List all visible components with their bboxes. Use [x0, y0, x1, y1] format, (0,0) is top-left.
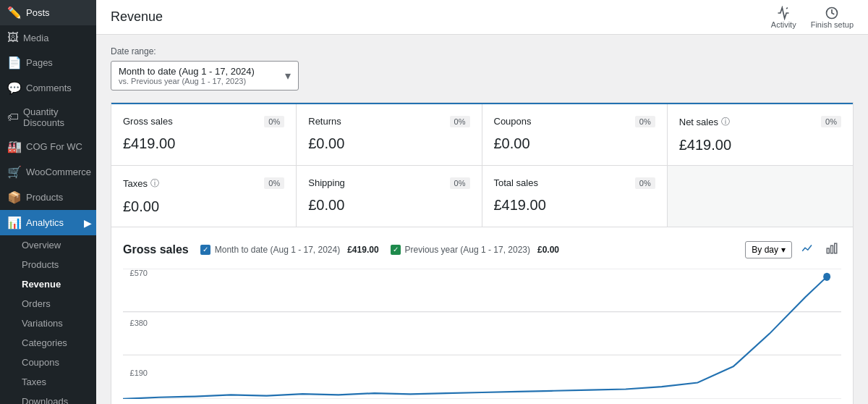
subnav-categories[interactable]: Categories — [0, 333, 96, 353]
chart-legend-current: ✓ Month to date (Aug 1 - 17, 2024) £419.… — [200, 245, 379, 255]
stat-value-gross-sales: £419.00 — [123, 135, 284, 152]
subnav-coupons[interactable]: Coupons — [0, 353, 96, 372]
topbar: Revenue Activity Finish setup — [96, 0, 868, 35]
svg-rect-4 — [835, 243, 837, 253]
chart-legend-previous: ✓ Previous year (Aug 1 - 17, 2023) £0.00 — [391, 245, 559, 255]
date-range-label: Date range: — [111, 46, 854, 56]
subnav-overview[interactable]: Overview — [0, 235, 96, 255]
sidebar-label-products: Products — [26, 192, 63, 203]
date-range-selector[interactable]: Month to date (Aug 1 - 17, 2024) vs. Pre… — [111, 61, 299, 91]
taxes-info-icon[interactable]: ⓘ — [150, 177, 159, 190]
stat-value-taxes: £0.00 — [123, 198, 284, 215]
sidebar-item-woocommerce[interactable]: 🛒 WooCommerce — [0, 159, 96, 185]
chart-line-current — [123, 277, 827, 399]
sidebar-item-products[interactable]: 📦 Products — [0, 185, 96, 210]
stat-returns: Returns 0% £0.00 — [297, 104, 482, 165]
sidebar-label-quantity-discounts: Quantity Discounts — [23, 106, 89, 128]
stat-label-net-sales: Net sales ⓘ — [679, 116, 841, 128]
by-day-select[interactable]: By day ▾ — [745, 241, 792, 258]
subnav-products[interactable]: Products — [0, 255, 96, 274]
stat-value-coupons: £0.00 — [494, 135, 655, 152]
stat-badge-shipping: 0% — [450, 177, 470, 189]
sidebar: ✏️ Posts 🖼 Media 📄 Pages 💬 Comments 🏷 Qu… — [0, 0, 96, 404]
stat-badge-total-sales: 0% — [635, 177, 655, 189]
chart-section: Gross sales ✓ Month to date (Aug 1 - 17,… — [111, 227, 854, 404]
chart-title: Gross sales — [123, 243, 189, 256]
stat-coupons: Coupons 0% £0.00 — [482, 104, 668, 165]
quantity-discounts-icon: 🏷 — [7, 111, 19, 124]
sidebar-label-pages: Pages — [26, 57, 53, 68]
chart-svg — [123, 269, 841, 399]
subnav-variations[interactable]: Variations — [0, 313, 96, 333]
bar-chart-icon — [825, 242, 838, 255]
finish-setup-icon — [825, 6, 839, 20]
date-range-text: Month to date (Aug 1 - 17, 2024) vs. Pre… — [119, 66, 255, 85]
cog-icon: 🏭 — [7, 140, 22, 153]
line-chart-button[interactable] — [798, 239, 817, 260]
sidebar-label-analytics: Analytics — [26, 217, 64, 228]
legend-check-previous: ✓ — [391, 245, 401, 255]
stat-badge-taxes: 0% — [264, 177, 284, 189]
chart-header: Gross sales ✓ Month to date (Aug 1 - 17,… — [123, 239, 841, 260]
posts-icon: ✏️ — [7, 6, 22, 20]
chart-legend-previous-value: £0.00 — [537, 245, 559, 255]
svg-rect-3 — [831, 245, 833, 253]
chart-area: £570 £380 £190 — [123, 269, 841, 399]
stat-shipping: Shipping 0% £0.00 — [297, 166, 482, 227]
sidebar-label-comments: Comments — [26, 83, 72, 93]
stat-badge-returns: 0% — [450, 116, 470, 127]
stat-label-gross-sales: Gross sales — [123, 116, 284, 127]
subnav-orders[interactable]: Orders — [0, 294, 96, 313]
activity-button[interactable]: Activity — [771, 6, 796, 29]
chart-legend-previous-label: Previous year (Aug 1 - 17, 2023) — [405, 245, 530, 255]
analytics-subnav: Overview Products Revenue Orders Variati… — [0, 235, 96, 404]
stat-value-returns: £0.00 — [308, 135, 469, 152]
subnav-revenue[interactable]: Revenue — [0, 274, 96, 294]
line-chart-icon — [801, 242, 814, 255]
woocommerce-icon: 🛒 — [7, 165, 22, 179]
stat-label-shipping: Shipping — [308, 177, 469, 188]
svg-line-0 — [786, 7, 788, 9]
stat-taxes: Taxes ⓘ 0% £0.00 — [111, 166, 297, 227]
chevron-down-icon: ▾ — [285, 69, 291, 83]
chart-legend-current-value: £419.00 — [347, 245, 378, 255]
stat-value-shipping: £0.00 — [308, 197, 469, 214]
analytics-arrow: ▶ — [84, 217, 92, 229]
products-icon: 📦 — [7, 190, 22, 204]
subnav-downloads[interactable]: Downloads — [0, 392, 96, 404]
sidebar-label-woocommerce: WooCommerce — [26, 167, 91, 177]
sidebar-item-posts[interactable]: ✏️ Posts — [0, 0, 96, 25]
stat-label-returns: Returns — [308, 116, 469, 127]
date-range-main: Month to date (Aug 1 - 17, 2024) — [119, 66, 255, 77]
bar-chart-button[interactable] — [822, 239, 841, 260]
sidebar-item-media[interactable]: 🖼 Media — [0, 25, 96, 50]
stat-label-coupons: Coupons — [494, 116, 655, 127]
chart-line-dot — [823, 273, 830, 281]
stat-empty — [668, 166, 853, 227]
sidebar-item-comments[interactable]: 💬 Comments — [0, 75, 96, 101]
sidebar-item-pages[interactable]: 📄 Pages — [0, 50, 96, 75]
stat-total-sales: Total sales 0% £419.00 — [482, 166, 668, 227]
sidebar-item-cog-for-wc[interactable]: 🏭 COG For WC — [0, 134, 96, 159]
stats-row-1: Gross sales 0% £419.00 Returns 0% £0.00 … — [111, 104, 854, 166]
chart-controls: By day ▾ — [745, 239, 841, 260]
sidebar-item-quantity-discounts[interactable]: 🏷 Quantity Discounts — [0, 101, 96, 134]
chart-svg-container — [123, 269, 841, 399]
stat-badge-coupons: 0% — [635, 116, 655, 127]
media-icon: 🖼 — [7, 31, 19, 44]
sidebar-item-analytics[interactable]: 📊 Analytics ▶ — [0, 210, 96, 235]
comments-icon: 💬 — [7, 81, 22, 95]
stat-value-total-sales: £419.00 — [494, 197, 655, 214]
page-title: Revenue — [111, 9, 163, 25]
stat-badge-net-sales: 0% — [821, 116, 841, 127]
activity-icon — [776, 6, 791, 20]
content-area: Date range: Month to date (Aug 1 - 17, 2… — [96, 35, 868, 404]
stat-label-taxes: Taxes ⓘ — [123, 177, 284, 190]
net-sales-info-icon[interactable]: ⓘ — [721, 116, 730, 128]
finish-setup-button[interactable]: Finish setup — [811, 6, 854, 29]
stat-net-sales: Net sales ⓘ 0% £419.00 — [668, 104, 853, 165]
subnav-taxes[interactable]: Taxes — [0, 372, 96, 392]
topbar-actions: Activity Finish setup — [771, 6, 854, 29]
date-range-sub: vs. Previous year (Aug 1 - 17, 2023) — [119, 77, 255, 85]
stat-value-net-sales: £419.00 — [679, 137, 841, 153]
